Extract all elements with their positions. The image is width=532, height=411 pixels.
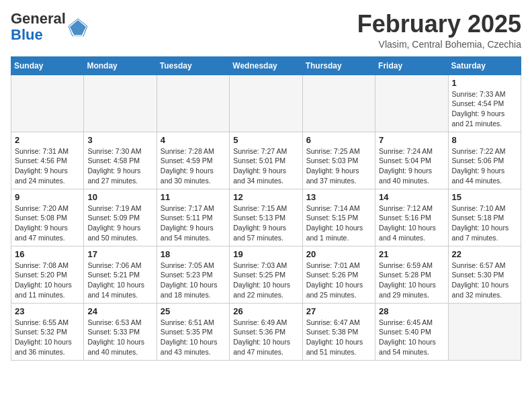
day-number: 14 [379,192,444,202]
day-number: 7 [379,135,444,145]
logo-blue: Blue [11,26,43,43]
svg-marker-0 [70,20,86,35]
page-header: General Blue February 2025 Vlasim, Centr… [11,11,521,50]
calendar-header-row: SundayMondayTuesdayWednesdayThursdayFrid… [11,56,521,75]
day-number: 18 [161,249,226,259]
day-info: Sunrise: 6:55 AM Sunset: 5:32 PM Dayligh… [15,318,80,357]
day-info: Sunrise: 7:25 AM Sunset: 5:03 PM Dayligh… [306,146,371,186]
calendar-day-cell: 12Sunrise: 7:15 AM Sunset: 5:13 PM Dayli… [230,189,302,246]
day-info: Sunrise: 7:08 AM Sunset: 5:20 PM Dayligh… [15,261,80,300]
day-number: 3 [87,135,152,145]
day-number: 9 [15,192,80,202]
calendar-day-cell: 24Sunrise: 6:53 AM Sunset: 5:33 PM Dayli… [84,303,157,360]
day-of-week-header: Monday [84,56,157,75]
logo-text: General Blue [11,11,66,43]
day-number: 5 [233,135,298,145]
calendar-day-cell: 25Sunrise: 6:51 AM Sunset: 5:35 PM Dayli… [157,303,229,360]
calendar-day-cell: 16Sunrise: 7:08 AM Sunset: 5:20 PM Dayli… [11,246,84,303]
calendar-day-cell: 6Sunrise: 7:25 AM Sunset: 5:03 PM Daylig… [302,132,375,189]
day-info: Sunrise: 7:20 AM Sunset: 5:08 PM Dayligh… [15,203,80,243]
day-info: Sunrise: 7:31 AM Sunset: 4:56 PM Dayligh… [15,146,80,186]
day-info: Sunrise: 7:03 AM Sunset: 5:25 PM Dayligh… [233,261,298,300]
day-number: 20 [306,249,371,259]
day-number: 22 [452,249,517,259]
logo-general: General [11,10,66,27]
day-number: 25 [161,306,226,316]
calendar-day-cell: 19Sunrise: 7:03 AM Sunset: 5:25 PM Dayli… [230,246,302,303]
day-info: Sunrise: 6:51 AM Sunset: 5:35 PM Dayligh… [161,318,226,357]
calendar-day-cell: 13Sunrise: 7:14 AM Sunset: 5:15 PM Dayli… [302,189,375,246]
calendar-day-cell: 21Sunrise: 6:59 AM Sunset: 5:28 PM Dayli… [375,246,448,303]
calendar-day-cell: 23Sunrise: 6:55 AM Sunset: 5:32 PM Dayli… [11,303,84,360]
day-number: 21 [379,249,444,259]
day-info: Sunrise: 7:17 AM Sunset: 5:11 PM Dayligh… [161,203,226,243]
day-number: 15 [452,192,517,202]
calendar-day-cell: 15Sunrise: 7:10 AM Sunset: 5:18 PM Dayli… [448,189,521,246]
day-number: 28 [379,306,444,316]
calendar-day-cell: 9Sunrise: 7:20 AM Sunset: 5:08 PM Daylig… [11,189,84,246]
day-number: 16 [15,249,80,259]
logo-icon [69,17,87,36]
calendar-week-row: 2Sunrise: 7:31 AM Sunset: 4:56 PM Daylig… [11,132,521,189]
day-info: Sunrise: 7:05 AM Sunset: 5:23 PM Dayligh… [161,261,226,300]
day-number: 12 [233,192,298,202]
day-info: Sunrise: 7:19 AM Sunset: 5:09 PM Dayligh… [87,203,152,243]
calendar-day-cell: 14Sunrise: 7:12 AM Sunset: 5:16 PM Dayli… [375,189,448,246]
day-info: Sunrise: 6:47 AM Sunset: 5:38 PM Dayligh… [306,318,371,357]
day-info: Sunrise: 6:59 AM Sunset: 5:28 PM Dayligh… [379,261,444,300]
calendar-day-cell: 11Sunrise: 7:17 AM Sunset: 5:11 PM Dayli… [157,189,229,246]
calendar-day-cell [375,75,448,132]
calendar-day-cell: 26Sunrise: 6:49 AM Sunset: 5:36 PM Dayli… [230,303,302,360]
day-of-week-header: Tuesday [157,56,229,75]
calendar-week-row: 9Sunrise: 7:20 AM Sunset: 5:08 PM Daylig… [11,189,521,246]
day-of-week-header: Friday [375,56,448,75]
day-info: Sunrise: 7:10 AM Sunset: 5:18 PM Dayligh… [452,203,517,243]
day-number: 26 [233,306,298,316]
day-info: Sunrise: 7:15 AM Sunset: 5:13 PM Dayligh… [233,203,298,243]
calendar-day-cell: 18Sunrise: 7:05 AM Sunset: 5:23 PM Dayli… [157,246,229,303]
logo: General Blue [11,11,87,43]
day-number: 11 [161,192,226,202]
calendar-day-cell: 7Sunrise: 7:24 AM Sunset: 5:04 PM Daylig… [375,132,448,189]
calendar-week-row: 1Sunrise: 7:33 AM Sunset: 4:54 PM Daylig… [11,75,521,132]
day-info: Sunrise: 6:49 AM Sunset: 5:36 PM Dayligh… [233,318,298,357]
calendar-day-cell: 28Sunrise: 6:45 AM Sunset: 5:40 PM Dayli… [375,303,448,360]
calendar-day-cell: 8Sunrise: 7:22 AM Sunset: 5:06 PM Daylig… [448,132,521,189]
calendar-day-cell: 3Sunrise: 7:30 AM Sunset: 4:58 PM Daylig… [84,132,157,189]
day-info: Sunrise: 7:30 AM Sunset: 4:58 PM Dayligh… [87,146,152,186]
calendar-day-cell: 20Sunrise: 7:01 AM Sunset: 5:26 PM Dayli… [302,246,375,303]
day-info: Sunrise: 7:14 AM Sunset: 5:15 PM Dayligh… [306,203,371,243]
day-info: Sunrise: 7:01 AM Sunset: 5:26 PM Dayligh… [306,261,371,300]
day-info: Sunrise: 7:24 AM Sunset: 5:04 PM Dayligh… [379,146,444,186]
calendar-day-cell: 5Sunrise: 7:27 AM Sunset: 5:01 PM Daylig… [230,132,302,189]
calendar-week-row: 16Sunrise: 7:08 AM Sunset: 5:20 PM Dayli… [11,246,521,303]
day-number: 24 [87,306,152,316]
day-number: 10 [87,192,152,202]
calendar-day-cell [230,75,302,132]
day-number: 23 [15,306,80,316]
calendar-week-row: 23Sunrise: 6:55 AM Sunset: 5:32 PM Dayli… [11,303,521,360]
day-number: 4 [161,135,226,145]
day-number: 2 [15,135,80,145]
day-info: Sunrise: 6:57 AM Sunset: 5:30 PM Dayligh… [452,261,517,300]
location: Vlasim, Central Bohemia, Czechia [357,39,521,50]
day-info: Sunrise: 6:53 AM Sunset: 5:33 PM Dayligh… [87,318,152,357]
calendar-day-cell [11,75,84,132]
calendar-day-cell: 17Sunrise: 7:06 AM Sunset: 5:21 PM Dayli… [84,246,157,303]
title-block: February 2025 Vlasim, Central Bohemia, C… [357,11,521,50]
day-of-week-header: Thursday [302,56,375,75]
day-info: Sunrise: 7:12 AM Sunset: 5:16 PM Dayligh… [379,203,444,243]
day-info: Sunrise: 7:28 AM Sunset: 4:59 PM Dayligh… [161,146,226,186]
calendar-day-cell: 2Sunrise: 7:31 AM Sunset: 4:56 PM Daylig… [11,132,84,189]
day-of-week-header: Saturday [448,56,521,75]
day-number: 6 [306,135,371,145]
day-number: 27 [306,306,371,316]
calendar-day-cell [448,303,521,360]
day-number: 13 [306,192,371,202]
month-title: February 2025 [357,11,521,38]
day-number: 19 [233,249,298,259]
calendar-day-cell: 22Sunrise: 6:57 AM Sunset: 5:30 PM Dayli… [448,246,521,303]
calendar-day-cell [157,75,229,132]
calendar-day-cell: 27Sunrise: 6:47 AM Sunset: 5:38 PM Dayli… [302,303,375,360]
calendar-table: SundayMondayTuesdayWednesdayThursdayFrid… [11,56,521,361]
